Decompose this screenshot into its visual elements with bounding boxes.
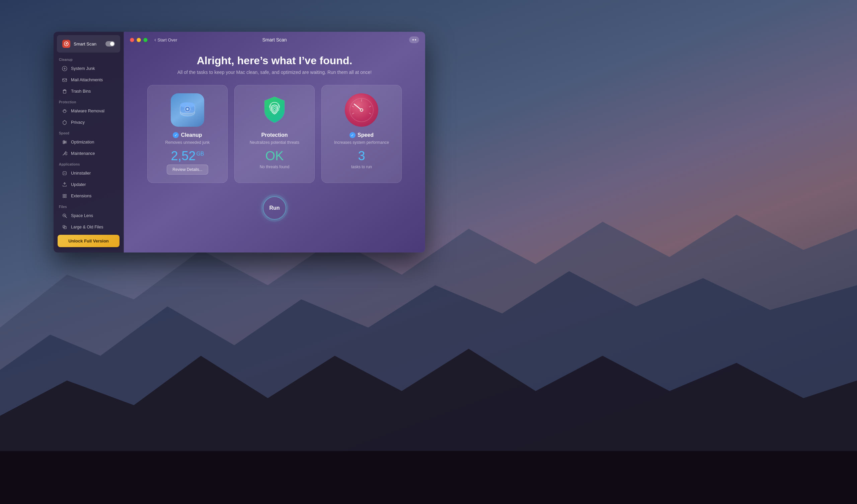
- svg-rect-9: [63, 90, 66, 93]
- svg-point-19: [65, 141, 66, 143]
- svg-rect-24: [63, 194, 64, 196]
- titlebar: ‹ Start Over Smart Scan: [124, 32, 425, 48]
- run-button-container: Run: [263, 196, 286, 220]
- trash-icon: [62, 88, 68, 94]
- cleanup-value: 2,52GB: [171, 149, 204, 163]
- run-button[interactable]: Run: [263, 196, 286, 220]
- mail-icon: [62, 77, 68, 83]
- cleanup-drive-icon: [178, 100, 198, 120]
- smart-scan-toggle[interactable]: [105, 41, 115, 47]
- svg-line-45: [369, 106, 371, 107]
- svg-rect-3: [0, 451, 857, 504]
- extensions-icon: [62, 193, 68, 199]
- speed-value: 3: [358, 149, 365, 163]
- updater-label: Updater: [71, 182, 86, 187]
- system-junk-icon: [62, 66, 68, 72]
- large-old-files-label: Large & Old Files: [71, 225, 103, 229]
- speed-section-label: Speed: [54, 128, 123, 137]
- svg-rect-25: [65, 194, 66, 196]
- svg-line-48: [352, 113, 354, 114]
- minimize-button[interactable]: [137, 38, 141, 42]
- cleanup-subtitle: Removes unneeded junk: [165, 140, 210, 145]
- uninstaller-label: Uninstaller: [71, 171, 91, 176]
- space-lens-label: Space Lens: [71, 213, 93, 218]
- cleanup-number: 2,52: [171, 149, 196, 163]
- main-subheading: All of the tasks to keep your Mac clean,…: [178, 70, 372, 75]
- sidebar-item-privacy[interactable]: Privacy: [56, 117, 121, 128]
- cleanup-section-label: Cleanup: [54, 54, 123, 63]
- svg-line-6: [66, 42, 68, 44]
- uninstaller-icon: [62, 170, 68, 176]
- speed-subtitle: Increases system performance: [334, 140, 389, 145]
- speed-check-icon: ✓: [350, 132, 355, 138]
- optimization-icon: [62, 139, 68, 145]
- protection-card-icon: [258, 93, 291, 127]
- svg-rect-26: [63, 196, 64, 198]
- smart-scan-app-icon: [62, 40, 70, 48]
- radar-icon: [64, 41, 69, 46]
- sidebar-item-system-junk[interactable]: System Junk: [56, 63, 121, 74]
- system-junk-label: System Junk: [71, 66, 95, 71]
- trash-bins-label: Trash Bins: [71, 89, 91, 94]
- maintenance-label: Maintenance: [71, 151, 95, 156]
- review-details-button[interactable]: Review Details...: [167, 164, 208, 175]
- back-chevron-icon: ‹: [154, 37, 156, 43]
- privacy-icon: [62, 119, 68, 125]
- speed-secondary-label: tasks to run: [351, 164, 372, 169]
- svg-point-14: [63, 110, 66, 113]
- content-area: Alright, here’s what I’ve found. All of …: [124, 48, 425, 253]
- speed-title-row: ✓ Speed: [350, 132, 374, 138]
- malware-removal-label: Malware Removal: [71, 109, 104, 114]
- sidebar-item-space-lens[interactable]: Space Lens: [56, 210, 121, 221]
- window-title: Smart Scan: [262, 37, 287, 42]
- maximize-button[interactable]: [143, 38, 148, 42]
- speed-title: Speed: [357, 132, 374, 138]
- unlock-full-version-button[interactable]: Unlock Full Version: [57, 235, 119, 247]
- files-section-label: Files: [54, 202, 123, 210]
- sidebar-item-maintenance[interactable]: Maintenance: [56, 148, 121, 159]
- svg-line-47: [369, 113, 371, 114]
- cleanup-card: ✓ Cleanup Removes unneeded junk 2,52GB R…: [147, 85, 228, 183]
- close-button[interactable]: [130, 38, 134, 42]
- privacy-label: Privacy: [71, 120, 85, 125]
- large-files-icon: [62, 224, 68, 230]
- cleanup-title-row: ✓ Cleanup: [173, 132, 202, 138]
- svg-line-21: [63, 154, 64, 155]
- speedometer-icon: [348, 97, 375, 123]
- more-dot-1: [413, 39, 414, 40]
- sidebar-item-extensions[interactable]: Extensions: [56, 191, 121, 201]
- speed-card: ✓ Speed Increases system performance 3 t…: [321, 85, 402, 183]
- protection-value: OK: [266, 149, 284, 163]
- applications-section-label: Applications: [54, 159, 123, 168]
- protection-subtitle: Neutralizes potential threats: [250, 140, 300, 145]
- more-button[interactable]: [409, 36, 419, 43]
- back-label: Start Over: [157, 37, 177, 42]
- sidebar-item-optimization[interactable]: Optimization: [56, 137, 121, 147]
- svg-rect-8: [63, 79, 67, 82]
- mail-attachments-label: Mail Attachments: [71, 77, 103, 82]
- malware-icon: [62, 108, 68, 114]
- cleanup-check-icon: ✓: [173, 132, 179, 138]
- updater-icon: [62, 181, 68, 188]
- sidebar-item-large-old-files[interactable]: Large & Old Files: [56, 222, 121, 232]
- protection-section-label: Protection: [54, 97, 123, 105]
- svg-line-46: [352, 106, 354, 107]
- sidebar-item-updater[interactable]: Updater: [56, 179, 121, 190]
- sidebar-item-smart-scan[interactable]: Smart Scan: [57, 35, 120, 52]
- sidebar-item-uninstaller[interactable]: Uninstaller: [56, 168, 121, 178]
- back-button[interactable]: ‹ Start Over: [154, 37, 178, 43]
- cleanup-card-icon: [171, 93, 204, 127]
- more-dot-2: [415, 39, 416, 40]
- sidebar-item-malware-removal[interactable]: Malware Removal: [56, 106, 121, 116]
- svg-point-20: [63, 142, 65, 144]
- protection-card: Protection Neutralizes potential threats…: [234, 85, 315, 183]
- smart-scan-label: Smart Scan: [74, 41, 105, 47]
- sidebar-item-trash-bins[interactable]: Trash Bins: [56, 86, 121, 97]
- speed-card-icon: [345, 93, 378, 127]
- main-heading: Alright, here’s what I’ve found.: [197, 54, 353, 67]
- maintenance-icon: [62, 151, 68, 157]
- sidebar-item-mail-attachments[interactable]: Mail Attachments: [56, 74, 121, 85]
- svg-point-49: [360, 109, 363, 111]
- cleanup-unit: GB: [196, 151, 204, 157]
- main-content: ‹ Start Over Smart Scan Alright, here’s …: [124, 32, 425, 253]
